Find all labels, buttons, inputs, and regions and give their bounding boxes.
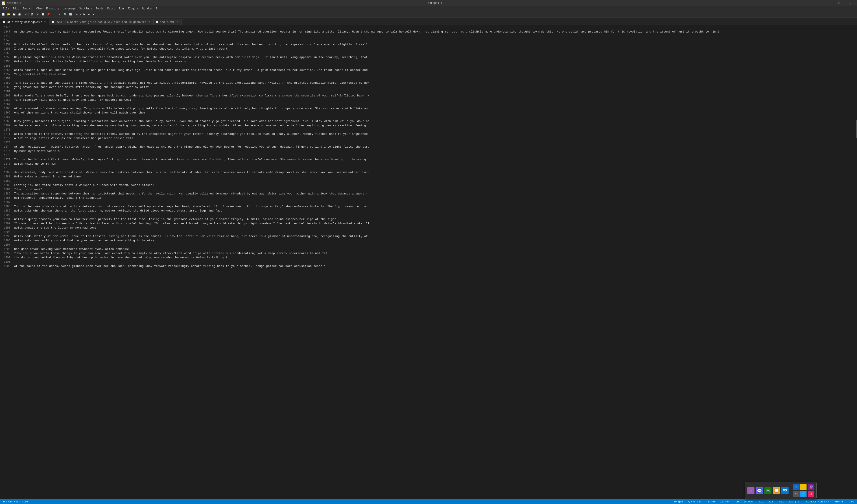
menu-item-view[interactable]: View [34, 6, 45, 11]
tab-close-2[interactable]: × [176, 21, 179, 24]
toolbar-save-all[interactable]: 💾+ [17, 12, 23, 17]
tabs-bar: 📄RWBY story endings.txt×📄RWBY RPG where … [0, 17, 857, 26]
toolbar-close[interactable]: ✕ [24, 12, 28, 17]
toolbar-run[interactable]: ▶ [83, 12, 86, 17]
line-num-1301: 1301 [3, 260, 10, 264]
taskbar-blue1-icon[interactable]: 🔵 [793, 484, 800, 490]
menu-item-run[interactable]: Run [117, 6, 126, 11]
menu-item-plugins[interactable]: Plugins [125, 6, 140, 11]
menu-item-window[interactable]: Window [141, 6, 154, 11]
taskbar-discord-icon[interactable]: 💬 [756, 487, 763, 494]
code-line-1247: As the long minutes tick by with you unr… [14, 30, 856, 34]
tab-label-2: new 2.txt [160, 21, 174, 24]
status-sel[interactable]: Sel : 422 | 1 [778, 499, 801, 504]
menu-item-macro[interactable]: Macro [106, 6, 117, 11]
tab-close-1[interactable]: × [148, 21, 151, 24]
toolbar-rec[interactable]: ⏺ [91, 12, 96, 17]
status-encoding[interactable]: Windows (CR LF) [804, 499, 830, 504]
toolbar-zoom-out[interactable]: − [79, 12, 82, 17]
line-num-1256: 1256 [3, 68, 10, 72]
toolbar-find[interactable]: 🔍 [63, 12, 68, 17]
minimize-button[interactable]: — [823, 0, 834, 6]
toolbar-undo[interactable]: ↩ [53, 12, 56, 17]
taskbar-overlay: ✏️ 💬 🎮 📋 VS 🔵 ⚠️ 🔌 💠 🔮 ✨ [745, 482, 817, 499]
toolbar-new[interactable]: 📄 [1, 12, 6, 17]
tab-0[interactable]: 📄RWBY story endings.txt× [0, 19, 49, 25]
code-line-1257: Yang shocked at the revelation [14, 72, 856, 77]
code-line-1277: Your mother's gaze lifts to meet Weiss's… [14, 157, 856, 162]
status-charset[interactable]: UTF-8 [834, 499, 844, 504]
taskbar-vscode-icon[interactable]: VS [782, 487, 789, 494]
code-area[interactable]: As the long minutes tick by with you unr… [12, 26, 856, 499]
status-bar: Normal text file length : 7,731,169 line… [0, 499, 857, 504]
code-line-1273 [14, 140, 856, 145]
taskbar-xbox-icon[interactable]: 🎮 [764, 487, 772, 494]
taskbar-pencil-icon[interactable]: ✏️ [747, 487, 755, 494]
taskbar-extra-icon[interactable]: ✨ [808, 491, 814, 497]
taskbar-blue2-icon[interactable]: 💠 [800, 491, 807, 497]
line-num-1277: 1277 [3, 157, 10, 162]
menu-item-settings[interactable]: Settings [78, 6, 94, 11]
line-num-1269: 1269 [3, 123, 10, 128]
line-num-1286: 1286 [3, 196, 10, 200]
code-line-1297 [14, 243, 856, 247]
line-num-1251: 1251 [3, 47, 10, 51]
line-num-1247: 1247 [3, 30, 10, 34]
tab-1[interactable]: 📄RWBY RPG where Jake joins bad guys, die… [49, 19, 153, 25]
menu-item-language[interactable]: Language [61, 6, 78, 11]
code-line-1282 [14, 179, 856, 183]
line-num-1271: 1271 [3, 132, 10, 136]
line-num-1283: 1283 [3, 183, 10, 187]
taskbar-gray1-icon[interactable]: 🔌 [793, 491, 800, 497]
status-file-type[interactable]: Normal text file [2, 499, 29, 504]
code-line-1275: My moms eyes meets weiss's [14, 149, 856, 153]
tab-icon-0: 📄 [2, 21, 5, 23]
title-bar: 📝 Notepad++ Notepad++ — □ ✕ [0, 0, 857, 6]
toolbar-save[interactable]: 💾 [12, 12, 17, 17]
toolbar-print[interactable]: 🖨️ [30, 12, 35, 17]
menu-item-file[interactable]: File [1, 6, 11, 11]
line-num-1291: 1291 [3, 217, 10, 221]
line-num-1253: 1253 [3, 55, 10, 60]
tab-close-0[interactable]: × [43, 21, 47, 24]
status-ins[interactable]: INS [848, 499, 855, 504]
menu-item-tools[interactable]: Tools [94, 6, 105, 11]
maximize-button[interactable]: □ [834, 0, 844, 6]
line-num-1260: 1260 [3, 85, 10, 89]
code-line-1287 [14, 200, 856, 204]
status-length[interactable]: length : 7,731,169 [672, 499, 703, 504]
toolbar-zoom-in[interactable]: + [75, 12, 78, 17]
menu-item-search[interactable]: Search [21, 6, 34, 11]
menu-item-encoding[interactable]: Encoding [45, 6, 61, 11]
status-col[interactable]: Col : 423 [758, 499, 774, 504]
code-line-1300: the doors open behind them as Ruby catch… [14, 255, 856, 260]
code-line-1279 [14, 166, 856, 170]
toolbar-stop[interactable]: ⏹ [87, 12, 91, 17]
close-button[interactable]: ✕ [845, 0, 855, 6]
toolbar-paste[interactable]: 📌 [46, 12, 51, 17]
tab-2[interactable]: 📄new 2.txt× [153, 19, 182, 25]
line-num-1281: 1281 [3, 174, 10, 179]
status-right: length : 7,731,169 lines : 17,464 Ln : 1… [672, 499, 855, 504]
taskbar-purple-icon[interactable]: 🔮 [808, 484, 814, 490]
line-num-1250: 1250 [3, 43, 10, 47]
status-ln[interactable]: Ln : 10,096 [734, 499, 754, 504]
code-line-1258 [14, 77, 856, 81]
toolbar-redo[interactable]: ↪ [57, 12, 61, 17]
line-num-1288: 1288 [3, 204, 10, 208]
toolbar-replace[interactable]: 🔄 [68, 12, 73, 17]
code-line-1253: Days blend together in a haze as Weiss m… [14, 55, 856, 60]
code-line-1267 [14, 115, 856, 119]
taskbar-notepad-icon[interactable]: 📋 [773, 487, 780, 494]
toolbar-cut[interactable]: ✂️ [35, 12, 40, 17]
title-controls: — □ ✕ [823, 0, 855, 6]
menu-item-edit[interactable]: Edit [11, 6, 21, 11]
toolbar-open[interactable]: 📂 [6, 12, 11, 17]
line-num-1264: 1264 [3, 102, 10, 106]
taskbar-warn-icon[interactable]: ⚠️ [800, 484, 807, 490]
status-lines[interactable]: lines : 17,464 [706, 499, 731, 504]
line-num-1272: 1272 [3, 136, 10, 140]
toolbar-copy[interactable]: 📋 [40, 12, 45, 17]
line-num-1287: 1287 [3, 200, 10, 204]
menu-item-?[interactable]: ? [154, 6, 159, 11]
